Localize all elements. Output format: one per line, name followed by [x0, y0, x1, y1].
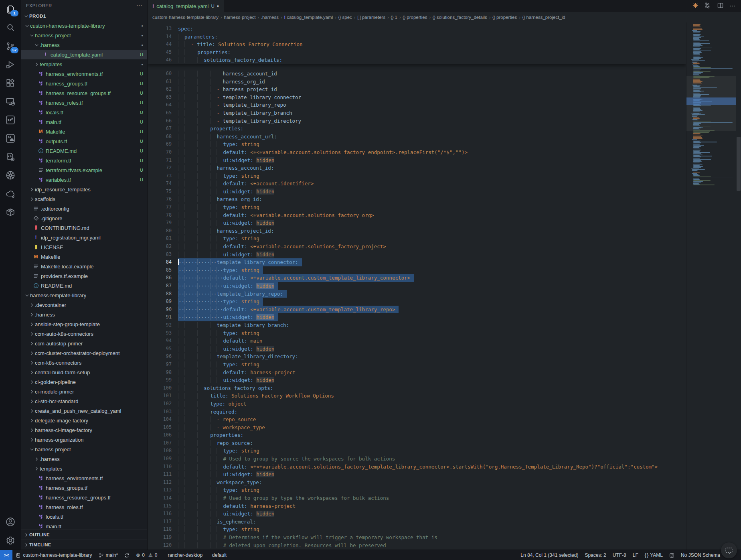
- tree-file-main.tf[interactable]: main.tfU: [21, 117, 147, 127]
- tab-catalog-template[interactable]: ! catalog_template.yaml U ●: [148, 0, 224, 12]
- tab-dirty-indicator[interactable]: ●: [217, 4, 219, 8]
- tree-folder-harness-project[interactable]: harness-project: [21, 444, 147, 454]
- tree-file-idp_registration_mgr.yaml[interactable]: !idp_registration_mgr.yaml: [21, 233, 147, 242]
- code-line-78[interactable]: 78 default: <+variable.account.solutions…: [148, 211, 686, 219]
- tree-folder-ci-golden-pipeline[interactable]: ci-golden-pipeline: [21, 377, 147, 387]
- code-line-75[interactable]: 75 ui:widget: hidden: [148, 188, 686, 196]
- starburst-icon[interactable]: [692, 2, 699, 10]
- tree-file-harness_resource_groups.tf[interactable]: harness_resource_groups.tfU: [21, 88, 147, 98]
- tree-file-LICENSE[interactable]: LICENSE: [21, 242, 147, 252]
- tree-file-Makefile.local.example[interactable]: Makefile.local.example: [21, 262, 147, 271]
- tree-folder-templates[interactable]: templates: [21, 464, 147, 473]
- code-line-13[interactable]: 13spec:: [148, 25, 686, 33]
- code-line-74[interactable]: 74 default: <+account.identifier>: [148, 180, 686, 188]
- code-line-77[interactable]: 77 type: string: [148, 203, 686, 211]
- code-line-100[interactable]: 100 solutions_factory_opts:: [148, 384, 686, 392]
- code-line-83[interactable]: 83 ui:widget: hidden: [148, 251, 686, 259]
- code-line-96[interactable]: 96 template_library_directory:: [148, 353, 686, 361]
- code-line-110[interactable]: 110 default: <+<+variable.account.soluti…: [148, 463, 686, 471]
- tree-file-terraform.tfvars.example[interactable]: terraform.tfvars.exampleU: [21, 165, 147, 175]
- code-line-70[interactable]: 70 default: <+<+variable.account.solutio…: [148, 148, 686, 156]
- code-line-116[interactable]: 116 ui:widget: hidden: [148, 510, 686, 518]
- code-editor[interactable]: 13spec:14 parameters:44 - title: Solutio…: [148, 22, 686, 550]
- breadcrumb-item[interactable]: {}1: [391, 15, 397, 20]
- code-line-104[interactable]: 104 - repo_source: [148, 416, 686, 424]
- project-settings-icon[interactable]: [0, 148, 21, 166]
- screen-capture-icon[interactable]: [721, 542, 737, 558]
- tree-file-variables.tf[interactable]: variables.tfU: [21, 175, 147, 185]
- tree-file-locals.tf[interactable]: locals.tf: [21, 512, 147, 521]
- container-icon[interactable]: [0, 203, 21, 221]
- tree-file-terraform.tf[interactable]: terraform.tfU: [21, 156, 147, 165]
- code-line-117[interactable]: 117 is_ephemeral:: [148, 518, 686, 526]
- tree-folder-.harness[interactable]: .harness: [21, 454, 147, 464]
- outline-section[interactable]: OUTLINE: [21, 530, 147, 540]
- indentation-indicator[interactable]: Spaces: 2: [581, 550, 609, 560]
- code-line-80[interactable]: 80 harness_project_id:: [148, 227, 686, 235]
- breadcrumb-item[interactable]: custom-harness-template-library: [152, 15, 219, 20]
- tree-folder-harness-project[interactable]: harness-project●: [21, 30, 147, 40]
- tree-file-harness_groups.tf[interactable]: harness_groups.tf: [21, 483, 147, 493]
- code-line-69[interactable]: 69 type: string: [148, 140, 686, 148]
- code-line-86[interactable]: 86··············default: <+variable.acco…: [148, 274, 686, 282]
- eol-indicator[interactable]: LF: [630, 550, 642, 560]
- timeline-section[interactable]: TIMELINE: [21, 540, 147, 550]
- code-line-91[interactable]: 91··············ui:widget: hidden: [148, 313, 686, 321]
- explorer-icon[interactable]: 1: [0, 0, 21, 18]
- split-editor-icon[interactable]: [717, 2, 724, 10]
- repo-indicator[interactable]: custom-harness-template-library: [12, 550, 95, 560]
- tree-folder-.devcontainer[interactable]: .devcontainer: [21, 300, 147, 310]
- code-line-46[interactable]: 46 solutions_factory_details:: [148, 56, 686, 64]
- code-line-120[interactable]: 120 # deleted upon completion. Resources…: [148, 542, 686, 550]
- code-line-79[interactable]: 79 ui:widget: hidden: [148, 219, 686, 227]
- tree-folder-idp_resource_templates[interactable]: idp_resource_templates: [21, 185, 147, 194]
- breadcrumb-item[interactable]: [ ]parameters: [357, 15, 385, 20]
- code-line-94[interactable]: 94 default: main: [148, 337, 686, 345]
- code-line-81[interactable]: 81 type: string: [148, 235, 686, 243]
- tree-file-harness_groups.tf[interactable]: harness_groups.tfU: [21, 79, 147, 88]
- tree-folder-ci-sto-hcr-standard[interactable]: ci-sto-hcr-standard: [21, 396, 147, 406]
- code-line-71[interactable]: 71 ui:widget: hidden: [148, 156, 686, 164]
- language-mode[interactable]: { } YAML: [642, 550, 666, 560]
- code-line-64[interactable]: 64 - template_library_repo: [148, 101, 686, 109]
- code-line-82[interactable]: 82 default: <+variable.account.solutions…: [148, 243, 686, 251]
- search-icon[interactable]: [0, 18, 21, 37]
- code-line-89[interactable]: 89··············type: string: [148, 298, 686, 306]
- code-line-44[interactable]: 44 - title: Solutions Factory Connection: [148, 41, 686, 49]
- code-line-73[interactable]: 73 type: string: [148, 172, 686, 180]
- code-line-68[interactable]: 68 harness_account_url:: [148, 133, 686, 141]
- breadcrumb-item[interactable]: .harness: [261, 15, 279, 20]
- tree-folder-ccm-cluster-orchestrator-deployment[interactable]: ccm-cluster-orchestrator-deployment: [21, 348, 147, 358]
- tree-folder-ci-module-primer[interactable]: ci-module-primer: [21, 387, 147, 396]
- code-line-103[interactable]: 103 required:: [148, 408, 686, 416]
- encoding-indicator[interactable]: UTF-8: [609, 550, 630, 560]
- tree-file-locals.tf[interactable]: locals.tfU: [21, 108, 147, 117]
- code-line-106[interactable]: 106 properties:: [148, 431, 686, 439]
- git-compare-icon[interactable]: [705, 2, 711, 10]
- code-line-85[interactable]: 85··············type: string: [148, 266, 686, 274]
- code-line-88[interactable]: 88············template_library_repo:: [148, 290, 686, 298]
- tree-folder-create_and_push_new_catalog_yaml[interactable]: create_and_push_new_catalog_yaml: [21, 406, 147, 416]
- source-control-icon[interactable]: 57: [0, 37, 21, 55]
- sync-button[interactable]: [121, 550, 133, 560]
- cloud-icon[interactable]: [0, 185, 21, 203]
- breadcrumb-item[interactable]: !catalog_template.yaml: [284, 15, 333, 20]
- code-line-113[interactable]: 113 type: string: [148, 486, 686, 494]
- code-line-97[interactable]: 97 type: string: [148, 361, 686, 369]
- cursor-position[interactable]: Ln 84, Col 1 (341 selected): [517, 550, 581, 560]
- code-line-105[interactable]: 105 - workspace_type: [148, 424, 686, 432]
- tree-file-README.md[interactable]: README.md: [21, 281, 147, 290]
- settings-gear-icon[interactable]: [0, 531, 21, 550]
- breadcrumb-item[interactable]: harness-project: [224, 15, 255, 20]
- code-line-93[interactable]: 93 type: string: [148, 329, 686, 337]
- tree-root-prod1[interactable]: PROD1: [21, 11, 147, 21]
- tree-file-Makefile[interactable]: MMakefileU: [21, 127, 147, 136]
- profile-indicator[interactable]: default: [209, 550, 230, 560]
- code-line-14[interactable]: 14 parameters:: [148, 33, 686, 41]
- remote-explorer-icon[interactable]: [0, 92, 21, 111]
- code-line-62[interactable]: 62 - harness_project_id: [148, 85, 686, 93]
- code-line-107[interactable]: 107 repo_source:: [148, 439, 686, 447]
- tree-folder-harness-organization[interactable]: harness-organization: [21, 435, 147, 444]
- breadcrumb-item[interactable]: {}solutions_factory_details: [433, 15, 487, 20]
- feedback-icon[interactable]: [666, 550, 678, 560]
